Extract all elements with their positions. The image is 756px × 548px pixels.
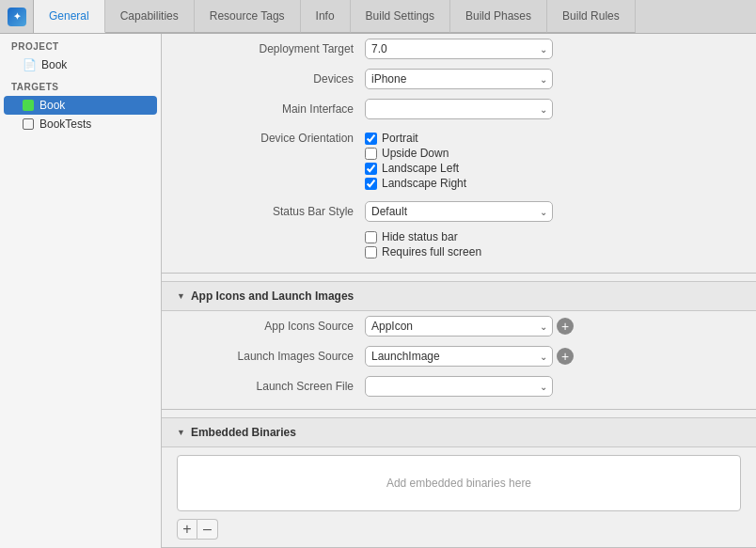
hide-status-bar-row: Hide status bar	[365, 230, 741, 243]
devices-select[interactable]: iPhone iPad Universal	[365, 69, 553, 89]
add-embedded-binary-button[interactable]: +	[177, 519, 197, 540]
embedded-binaries-section-header[interactable]: ▼ Embedded Binaries	[162, 417, 756, 447]
status-bar-style-control: Default Light Content Dark Content ⌄	[365, 201, 741, 222]
requires-full-screen-row: Requires full screen	[365, 245, 741, 258]
launch-screen-file-control: ⌄	[365, 376, 741, 397]
launch-images-source-with-plus: LaunchImage ⌄ +	[365, 346, 741, 367]
tab-capabilities[interactable]: Capabilities	[105, 0, 195, 33]
tab-general[interactable]: General	[34, 0, 105, 33]
sidebar-item-book[interactable]: Book	[4, 96, 157, 115]
app-icons-section-header[interactable]: ▼ App Icons and Launch Images	[162, 281, 756, 311]
embedded-binaries-placeholder: Add embedded binaries here	[386, 477, 531, 490]
book-target-label: Book	[39, 99, 65, 112]
app-icons-source-select-wrapper: AppIcon ⌄	[365, 316, 553, 337]
requires-full-screen-label: Requires full screen	[382, 245, 481, 258]
landscape-right-row: Landscape Right	[365, 177, 741, 190]
deployment-target-control: 7.0 8.0 9.0 ⌄	[365, 39, 741, 59]
device-orientation-label: Device Orientation	[177, 132, 365, 145]
tab-build-settings[interactable]: Build Settings	[351, 0, 450, 33]
device-orientation-row: Device Orientation Portrait Upside Down …	[162, 124, 756, 196]
content-area: Deployment Target 7.0 8.0 9.0 ⌄ Devices	[162, 34, 756, 548]
portrait-row: Portrait	[365, 132, 741, 145]
launch-screen-file-row: Launch Screen File ⌄	[162, 371, 756, 401]
devices-label: Devices	[177, 72, 365, 86]
devices-row: Devices iPhone iPad Universal ⌄	[162, 64, 756, 94]
launch-images-source-select-wrapper: LaunchImage ⌄	[365, 346, 553, 367]
app-icons-section-title: App Icons and Launch Images	[191, 290, 354, 303]
main-interface-row: Main Interface ⌄	[162, 94, 756, 124]
targets-section-header: TARGETS	[0, 74, 161, 96]
tab-resource-tags[interactable]: Resource Tags	[195, 0, 301, 33]
upside-down-checkbox[interactable]	[365, 148, 377, 160]
app-icons-triangle-icon: ▼	[177, 291, 185, 301]
sidebar-item-booktests[interactable]: BookTests	[0, 115, 161, 133]
status-bar-style-select[interactable]: Default Light Content Dark Content	[365, 201, 553, 222]
sidebar-item-project-book[interactable]: 📄 Book	[0, 55, 161, 74]
project-file-icon: 📄	[23, 58, 36, 71]
deployment-target-select-wrapper: 7.0 8.0 9.0 ⌄	[365, 39, 553, 59]
landscape-right-checkbox[interactable]	[365, 178, 377, 190]
main-layout: PROJECT 📄 Book TARGETS Book BookTests De…	[0, 34, 756, 548]
deployment-target-select[interactable]: 7.0 8.0 9.0	[365, 39, 553, 59]
project-section-header: PROJECT	[0, 34, 161, 55]
tab-build-rules[interactable]: Build Rules	[547, 0, 636, 33]
main-interface-control: ⌄	[365, 99, 741, 119]
upside-down-row: Upside Down	[365, 147, 741, 160]
app-icons-source-control: AppIcon ⌄ +	[365, 316, 741, 337]
hide-status-bar-checkbox[interactable]	[365, 231, 377, 243]
app-icons-source-add-button[interactable]: +	[557, 318, 574, 335]
launch-screen-file-label: Launch Screen File	[177, 380, 365, 393]
xcode-logo: ✦	[0, 0, 34, 33]
xcode-icon: ✦	[8, 8, 26, 26]
deployment-target-label: Deployment Target	[177, 42, 365, 55]
requires-full-screen-checkbox[interactable]	[365, 246, 377, 258]
devices-control: iPhone iPad Universal ⌄	[365, 69, 741, 89]
app-icons-source-label: App Icons Source	[177, 320, 365, 333]
tab-build-phases[interactable]: Build Phases	[450, 0, 547, 33]
status-bar-style-row: Status Bar Style Default Light Content D…	[162, 196, 756, 227]
launch-images-source-control: LaunchImage ⌄ +	[365, 346, 741, 367]
app-target-icon	[23, 100, 34, 111]
launch-images-source-label: Launch Images Source	[177, 350, 365, 363]
main-interface-select-wrapper: ⌄	[365, 99, 553, 119]
app-icons-source-select[interactable]: AppIcon	[365, 316, 553, 337]
project-item-label: Book	[41, 58, 67, 71]
portrait-checkbox[interactable]	[365, 133, 377, 145]
landscape-left-checkbox[interactable]	[365, 163, 377, 175]
remove-embedded-binary-button[interactable]: –	[197, 519, 218, 540]
devices-select-wrapper: iPhone iPad Universal ⌄	[365, 69, 553, 89]
device-orientation-control: Portrait Upside Down Landscape Left Land…	[365, 132, 741, 192]
main-interface-select[interactable]	[365, 99, 553, 119]
landscape-left-label: Landscape Left	[382, 162, 459, 175]
tab-bar: ✦ General Capabilities Resource Tags Inf…	[0, 0, 756, 34]
embedded-binaries-section-title: Embedded Binaries	[191, 426, 296, 439]
tab-info[interactable]: Info	[301, 0, 351, 33]
launch-images-source-select[interactable]: LaunchImage	[365, 346, 553, 367]
launch-images-source-add-button[interactable]: +	[557, 348, 574, 365]
booktests-target-label: BookTests	[39, 117, 91, 131]
general-settings-form: Deployment Target 7.0 8.0 9.0 ⌄ Devices	[162, 34, 756, 548]
portrait-label: Portrait	[382, 132, 418, 145]
embedded-binaries-area: Add embedded binaries here	[177, 455, 741, 511]
add-remove-bar: + –	[162, 519, 756, 540]
hide-status-bar-label: Hide status bar	[382, 230, 458, 243]
deployment-target-row: Deployment Target 7.0 8.0 9.0 ⌄	[162, 34, 756, 64]
divider-1	[162, 273, 756, 274]
status-bar-options-row: Hide status bar Requires full screen	[162, 227, 756, 265]
app-icons-source-row: App Icons Source AppIcon ⌄ +	[162, 311, 756, 341]
launch-screen-file-select[interactable]	[365, 376, 553, 397]
divider-2	[162, 409, 756, 410]
app-icons-source-with-plus: AppIcon ⌄ +	[365, 316, 741, 337]
upside-down-label: Upside Down	[382, 147, 449, 160]
embedded-binaries-triangle-icon: ▼	[177, 428, 185, 437]
landscape-right-label: Landscape Right	[382, 177, 466, 190]
status-bar-style-label: Status Bar Style	[177, 205, 365, 218]
launch-images-source-row: Launch Images Source LaunchImage ⌄ +	[162, 341, 756, 371]
launch-screen-file-select-wrapper: ⌄	[365, 376, 553, 397]
status-bar-style-select-wrapper: Default Light Content Dark Content ⌄	[365, 201, 553, 222]
sidebar: PROJECT 📄 Book TARGETS Book BookTests	[0, 34, 162, 548]
landscape-left-row: Landscape Left	[365, 162, 741, 175]
test-target-icon	[23, 118, 34, 130]
status-bar-options-control: Hide status bar Requires full screen	[365, 230, 741, 260]
main-interface-label: Main Interface	[177, 102, 365, 116]
